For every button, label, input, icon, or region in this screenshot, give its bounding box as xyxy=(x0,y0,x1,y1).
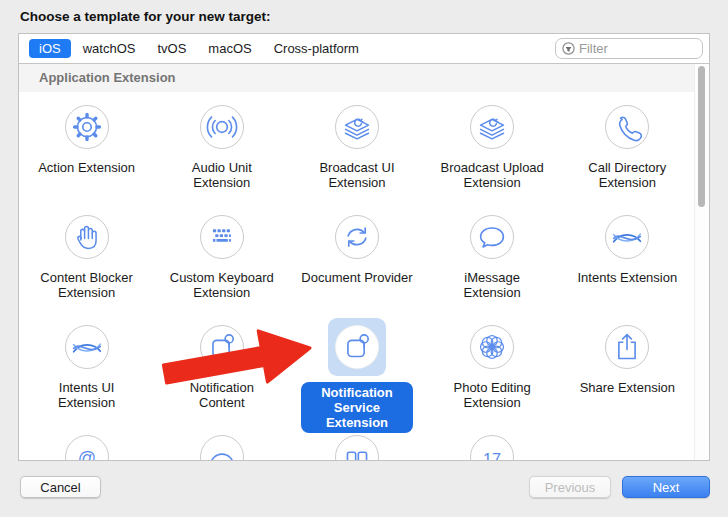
template-chooser-panel: iOS watchOS tvOS macOS Cross-platform Ap… xyxy=(18,33,710,461)
previous-button[interactable]: Previous xyxy=(529,476,611,498)
template-label: Broadcast Upload Extension xyxy=(436,160,548,190)
tab-cross-platform[interactable]: Cross-platform xyxy=(264,39,369,58)
template-action-extension[interactable]: Action Extension xyxy=(19,98,154,190)
template-label: Audio Unit Extension xyxy=(166,160,278,190)
scrollbar-track[interactable] xyxy=(694,64,709,460)
next-button[interactable]: Next xyxy=(622,476,710,498)
template-label: Share Extension xyxy=(580,380,675,395)
calendar-17-icon: 17 xyxy=(471,435,513,460)
template-label-selected: Notification Service Extension xyxy=(301,382,413,433)
template-label: Notification Content xyxy=(166,380,278,410)
sticker-squares-icon xyxy=(336,435,378,460)
crossed-waves-icon xyxy=(66,325,108,369)
layers-refresh-icon xyxy=(336,105,378,149)
template-label: Content Blocker Extension xyxy=(31,270,143,300)
template-imessage-extension[interactable]: iMessage Extension xyxy=(425,208,560,300)
svg-text:@: @ xyxy=(77,448,95,460)
template-row: Content Blocker Extension Custom Keyboar… xyxy=(19,208,695,300)
template-label: Broadcast UI Extension xyxy=(301,160,413,190)
template-partial-seventeen[interactable]: 17 xyxy=(425,428,560,460)
platform-tabbar: iOS watchOS tvOS macOS Cross-platform xyxy=(19,34,709,63)
template-notification-service-extension[interactable]: Notification Service Extension xyxy=(289,318,424,433)
tab-watchos[interactable]: watchOS xyxy=(73,39,146,58)
template-list: Application Extension Action Extension A… xyxy=(19,63,709,460)
template-label: Custom Keyboard Extension xyxy=(166,270,278,300)
svg-text:17: 17 xyxy=(483,450,501,460)
template-share-extension[interactable]: Share Extension xyxy=(560,318,695,433)
template-row-partial: @ 17 xyxy=(19,428,695,460)
share-arrow-icon xyxy=(606,325,648,369)
template-audio-unit-extension[interactable]: Audio Unit Extension xyxy=(154,98,289,190)
layers-refresh-icon xyxy=(471,105,513,149)
filter-field[interactable] xyxy=(555,38,703,59)
tab-ios[interactable]: iOS xyxy=(29,39,71,58)
template-label: Call Directory Extension xyxy=(571,160,683,190)
scrollbar-thumb[interactable] xyxy=(698,66,705,207)
refresh-arrows-icon xyxy=(336,215,378,259)
template-document-provider[interactable]: Document Provider xyxy=(289,208,424,300)
hand-icon xyxy=(66,215,108,259)
template-label: Document Provider xyxy=(301,270,412,285)
page-title: Choose a template for your new target: xyxy=(20,9,271,24)
magnifier-lens-icon xyxy=(201,435,243,460)
template-row: Action Extension Audio Unit Extension Br… xyxy=(19,98,695,190)
template-label: Intents UI Extension xyxy=(31,380,143,410)
tab-tvos[interactable]: tvOS xyxy=(147,39,196,58)
template-content-blocker-extension[interactable]: Content Blocker Extension xyxy=(19,208,154,300)
template-label: iMessage Extension xyxy=(436,270,548,300)
crossed-waves-icon xyxy=(606,215,648,259)
template-photo-editing-extension[interactable]: Photo Editing Extension xyxy=(425,318,560,433)
filter-icon xyxy=(562,42,575,55)
app-badge-icon xyxy=(201,325,243,369)
template-partial-lens[interactable] xyxy=(154,428,289,460)
keyboard-icon xyxy=(201,215,243,259)
gear-icon xyxy=(66,105,108,149)
app-badge-icon xyxy=(336,325,378,369)
template-row: Intents UI Extension Notification Conten… xyxy=(19,318,695,433)
audio-waves-icon xyxy=(201,105,243,149)
template-notification-content[interactable]: Notification Content xyxy=(154,318,289,433)
filter-input[interactable] xyxy=(579,41,696,56)
template-partial-at[interactable]: @ xyxy=(19,428,154,460)
phone-icon xyxy=(606,105,648,149)
speech-bubble-icon xyxy=(471,215,513,259)
photos-flower-icon xyxy=(471,325,513,369)
at-icon: @ xyxy=(66,435,108,460)
template-custom-keyboard-extension[interactable]: Custom Keyboard Extension xyxy=(154,208,289,300)
template-label: Intents Extension xyxy=(577,270,677,285)
section-header: Application Extension xyxy=(19,64,694,92)
template-partial-stickers[interactable] xyxy=(289,428,424,460)
template-broadcast-upload-extension[interactable]: Broadcast Upload Extension xyxy=(425,98,560,190)
cancel-button[interactable]: Cancel xyxy=(20,476,101,498)
template-intents-extension[interactable]: Intents Extension xyxy=(560,208,695,300)
template-intents-ui-extension[interactable]: Intents UI Extension xyxy=(19,318,154,433)
template-call-directory-extension[interactable]: Call Directory Extension xyxy=(560,98,695,190)
template-broadcast-ui-extension[interactable]: Broadcast UI Extension xyxy=(289,98,424,190)
template-label: Photo Editing Extension xyxy=(436,380,548,410)
template-label: Action Extension xyxy=(38,160,135,175)
tab-macos[interactable]: macOS xyxy=(198,39,261,58)
